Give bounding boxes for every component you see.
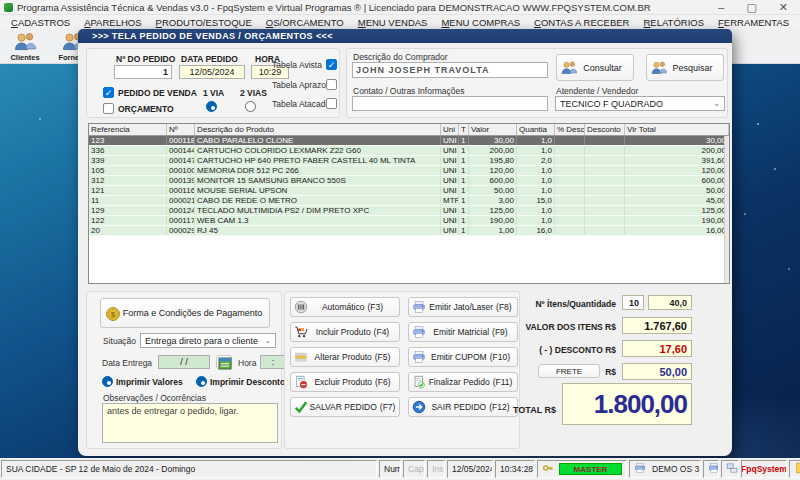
- network-icon: [726, 462, 739, 477]
- menu-item-produto-estoque[interactable]: PRODUTO/ESTOQUE: [149, 17, 259, 28]
- cell-desconto: [585, 206, 625, 215]
- screen: Programa Assistência Técnica & Vendas v3…: [0, 0, 800, 480]
- action-finalizar-pedido[interactable]: Finalizar Pedido(F11): [408, 372, 518, 392]
- cell-valor: 190,00: [469, 216, 517, 225]
- buyer-description-field[interactable]: JOHN JOSEPH TRAVOLTA: [352, 62, 548, 78]
- cell-descri-o-do-produto: MEMORIA DDR 512 PC 266: [195, 166, 441, 175]
- pedido-venda-checkbox[interactable]: [103, 87, 114, 98]
- cell-desc: [555, 156, 585, 165]
- cell-quantia: 1,0: [517, 176, 555, 185]
- table-row[interactable]: 20000029RJ 45UNI11,0016,016,00: [89, 226, 729, 236]
- attendant-value: TECNICO F QUADRADO: [560, 99, 663, 109]
- cart-icon: [294, 325, 309, 340]
- menu-item-aparelhos[interactable]: APARELHOS: [77, 17, 148, 28]
- via2-radio[interactable]: [245, 101, 256, 112]
- cell-quantia: 1,0: [517, 216, 555, 225]
- action-alterar-produto[interactable]: Alterar Produto(F5): [290, 347, 400, 367]
- cell-descri-o-do-produto: CABO DE REDE O METRO: [195, 196, 441, 205]
- toolbar-item-clientes[interactable]: Clientes: [6, 29, 44, 63]
- status-notes[interactable]: [789, 460, 800, 478]
- delivery-date-field[interactable]: / /: [158, 355, 210, 369]
- action-label: Finalizar Pedido: [429, 377, 490, 387]
- action-incluir-produto[interactable]: Incluir Produto(F4): [290, 322, 400, 342]
- menu-item-menu-compras[interactable]: MENU COMPRAS: [434, 17, 527, 28]
- menu-item-menu-vendas[interactable]: MENU VENDAS: [351, 17, 435, 28]
- action-salvar-pedido[interactable]: SALVAR PEDIDO(F7): [290, 397, 400, 417]
- cell-uni: UNI: [441, 186, 459, 195]
- items-value-label: VALOR DOS ITENS R$: [478, 322, 616, 332]
- table-row[interactable]: 105000100MEMORIA DDR 512 PC 266UNI1120,0…: [89, 166, 729, 176]
- people-icon: [561, 60, 576, 75]
- via1-radio[interactable]: [206, 101, 217, 112]
- frete-button[interactable]: FRETE: [538, 364, 600, 378]
- consultar-button[interactable]: Consultar: [556, 54, 634, 81]
- items-quantity-box: 40,0: [648, 295, 692, 310]
- action-fkey: (F4): [374, 327, 390, 337]
- status-network[interactable]: [721, 460, 739, 478]
- delivery-time-field[interactable]: :: [260, 355, 286, 369]
- cell-desconto: [585, 186, 625, 195]
- action-autom-tico[interactable]: Automático(F3): [290, 297, 400, 317]
- menu-item-contas-a-receber[interactable]: CONTAS A RECEBER: [527, 17, 636, 28]
- order-number-field[interactable]: 1: [114, 65, 172, 79]
- product-table-header: ReferenciaNºDescrição do ProdutoUniTValo…: [89, 124, 729, 136]
- tabela-atacado-checkbox[interactable]: [326, 98, 337, 109]
- attendant-select[interactable]: TECNICO F QUADRADO ⌄: [555, 96, 725, 111]
- cell-quantia: 1,0: [517, 146, 555, 155]
- table-row[interactable]: 121000116MOUSE SERIAL UPSONUNI150,001,05…: [89, 186, 729, 196]
- statusbar: SUA CIDADE - SP 12 de Maio de 2024 - Dom…: [0, 458, 800, 480]
- cell-desconto: [585, 156, 625, 165]
- tabela-aprazo-checkbox[interactable]: [326, 79, 337, 90]
- status-brand: FpqSystem: [741, 460, 787, 478]
- orcamento-checkbox[interactable]: [103, 103, 114, 114]
- table-scrollbar[interactable]: [724, 136, 729, 284]
- status-printer[interactable]: [703, 460, 719, 478]
- order-window-titlebar: >>> TELA PEDIDO DE VENDAS / ORÇAMENTOS <…: [78, 29, 732, 43]
- obs-textarea[interactable]: antes de entregar o pedido, ligar.: [102, 403, 278, 443]
- tabela-avista-checkbox[interactable]: [326, 59, 337, 70]
- cell-uni: UNI: [441, 206, 459, 215]
- table-row[interactable]: 122000117WEB CAM 1.3UNI1190,001,0190,00: [89, 216, 729, 226]
- imprimir-valores-label: Imprimir Valores: [116, 377, 183, 387]
- table-row[interactable]: 312000139MONITOR 15 SAMSUNG BRANCO 550SU…: [89, 176, 729, 186]
- order-date-label: DATA PEDIDO: [181, 54, 238, 64]
- frete-box[interactable]: 50,00: [622, 363, 692, 380]
- contact-field[interactable]: [352, 96, 548, 111]
- cell-quantia: 15,0: [517, 196, 555, 205]
- cell-desconto: [585, 146, 625, 155]
- table-row[interactable]: 11000021CABO DE REDE O METROMTR13,0015,0…: [89, 196, 729, 206]
- pesquisar-button[interactable]: Pesquisar: [646, 54, 724, 81]
- menu-item-ajuda[interactable]: AJUDA: [796, 17, 800, 28]
- menu-item-os-orcamento[interactable]: OS/ORCAMENTO: [259, 17, 351, 28]
- cell-t: 1: [459, 176, 469, 185]
- close-button[interactable]: ✕: [779, 1, 788, 14]
- maximize-button[interactable]: ▢: [746, 1, 756, 14]
- cell-desconto: [585, 136, 625, 145]
- cell-desconto: [585, 226, 625, 235]
- action-excluir-produto[interactable]: Excluir Produto(F6): [290, 372, 400, 392]
- table-row[interactable]: 123000118CABO PARALELO CLONEUNI130,001,0…: [89, 136, 729, 146]
- imprimir-valores-radio[interactable]: [102, 376, 113, 387]
- cell-quantia: 1,0: [517, 136, 555, 145]
- cell-desc: [555, 146, 585, 155]
- calendar-button[interactable]: [216, 355, 232, 369]
- minimize-button[interactable]: –: [718, 1, 724, 14]
- table-row[interactable]: 129000124TECLADO MULTIMIDIA PS2 / DIM PR…: [89, 206, 729, 216]
- cell-desc: [555, 186, 585, 195]
- imprimir-descontos-radio[interactable]: [196, 376, 207, 387]
- action-fkey: (F3): [367, 302, 383, 312]
- menu-item-ferramentas[interactable]: FERRAMENTAS: [711, 17, 796, 28]
- payment-terms-button[interactable]: $ Forma e Condições de Pagamento: [100, 298, 270, 328]
- action-label: Incluir Produto: [316, 327, 371, 337]
- situacao-select[interactable]: Entrega direto para o cliente ⌄: [140, 333, 276, 348]
- cell-desconto: [585, 166, 625, 175]
- table-row[interactable]: 339000147CARTUCHO HP 640 PRETO FABER CAS…: [89, 156, 729, 166]
- order-date-field[interactable]: 12/05/2024: [179, 65, 245, 79]
- menu-item-relat-rios[interactable]: RELATÓRIOS: [636, 17, 711, 28]
- cell-n: 000124: [167, 206, 195, 215]
- cell-n: 000021: [167, 196, 195, 205]
- tabela-aprazo-label: Tabela Aprazo: [272, 80, 326, 90]
- menu-item-cadastros[interactable]: CADASTROS: [4, 17, 77, 28]
- cell-vlr-total: 600,00: [625, 176, 729, 185]
- table-row[interactable]: 336000144CARTUCHO COLORIDO LEXMARK Z22 G…: [89, 146, 729, 156]
